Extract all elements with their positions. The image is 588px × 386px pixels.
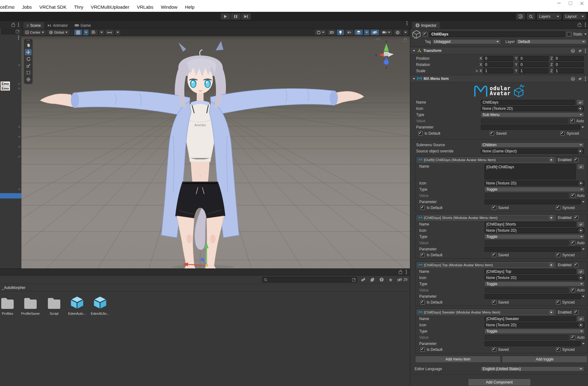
static-dropdown-icon[interactable]: [584, 34, 587, 35]
scene-viewport[interactable]: Amenbo: [21, 36, 410, 269]
submenu-source-dropdown[interactable]: Children: [481, 142, 584, 147]
expander-arrow-icon[interactable]: >: [18, 82, 20, 85]
gameobject-active-checkbox[interactable]: [423, 32, 427, 36]
constrain-proportions-icon[interactable]: ⧉: [474, 69, 480, 73]
add-component-button[interactable]: Add Component: [468, 379, 531, 386]
object-picker-icon[interactable]: [579, 228, 583, 233]
kebab-menu-icon[interactable]: [585, 50, 586, 51]
tab-inspector[interactable]: Inspector: [412, 22, 440, 29]
auto-checkbox[interactable]: [570, 119, 575, 123]
scene-effects-dropdown[interactable]: [364, 30, 369, 35]
object-picker-icon[interactable]: [549, 216, 554, 220]
position-x-field[interactable]: 0: [483, 56, 513, 61]
help-icon[interactable]: ?: [571, 77, 575, 81]
icon-object-field[interactable]: None (Texture 2D): [485, 323, 585, 328]
close-icon[interactable]: [580, 2, 584, 5]
kebab-menu-icon[interactable]: [585, 24, 586, 25]
object-picker-icon[interactable]: [578, 106, 582, 111]
add-toggle-button[interactable]: Add toggle: [502, 356, 587, 363]
kebab-menu-icon[interactable]: [406, 272, 407, 272]
name-field[interactable]: [ChillDays] Shorts: [485, 222, 576, 227]
tab-scene[interactable]: # Scene: [23, 22, 44, 29]
object-picker-icon[interactable]: [579, 181, 583, 185]
menu-item-object-field[interactable]: [ChillDays] Shorts (Modular Avatar Menu …: [417, 215, 555, 221]
rect-tool-button[interactable]: [25, 69, 32, 76]
scale-x-field[interactable]: 1: [483, 68, 513, 73]
breadcrumb[interactable]: _AutoMorpher: [2, 286, 25, 290]
maximize-icon[interactable]: [569, 2, 572, 5]
auto-checkbox[interactable]: [571, 241, 575, 245]
object-picker-icon[interactable]: [549, 158, 554, 162]
avatar-character[interactable]: Amenbo: [21, 36, 410, 269]
pivot-mode-dropdown[interactable]: Center: [23, 30, 46, 35]
synced-checkbox[interactable]: [556, 347, 560, 352]
expand-icon[interactable]: [16, 30, 19, 33]
expand-icon[interactable]: [352, 278, 356, 281]
lock-icon[interactable]: [11, 24, 15, 27]
saved-checkbox[interactable]: [492, 206, 496, 210]
pause-button[interactable]: [231, 13, 241, 20]
ma-menu-item-component-header[interactable]: MA Menu Item ? ⇄: [410, 75, 588, 82]
parameter-field[interactable]: [485, 199, 581, 204]
rotation-z-field[interactable]: 0: [554, 62, 584, 67]
is-default-checkbox[interactable]: [420, 347, 425, 352]
menu-item[interactable]: Window: [161, 4, 177, 10]
project-item[interactable]: ProfileSaver: [19, 295, 42, 315]
tab-game[interactable]: Game: [71, 22, 94, 29]
parameter-dropdown-icon[interactable]: [582, 296, 585, 297]
parameter-field[interactable]: [485, 294, 581, 299]
foldout-arrow-icon[interactable]: [413, 78, 415, 80]
enabled-checkbox[interactable]: [574, 263, 578, 267]
tag-dropdown[interactable]: Untagged: [432, 39, 501, 44]
project-item[interactable]: EdenAuto...: [65, 295, 89, 315]
measure-tool-dropdown[interactable]: [115, 30, 120, 35]
measure-tool-button[interactable]: [105, 30, 114, 35]
menu-item[interactable]: Jobs: [22, 4, 32, 10]
gizmo-lock-icon[interactable]: [403, 38, 407, 43]
layers-dropdown[interactable]: Layers: [537, 13, 561, 20]
type-dropdown[interactable]: Toggle: [485, 234, 585, 239]
undo-history-button[interactable]: [516, 13, 525, 20]
gizmos-button[interactable]: [394, 30, 402, 35]
project-item[interactable]: Profiles: [0, 295, 19, 315]
transform-tool-button[interactable]: [25, 76, 32, 83]
localization-button[interactable]: ⇄: [577, 100, 584, 105]
menu-item[interactable]: Help: [185, 4, 195, 10]
auto-checkbox[interactable]: [571, 335, 575, 340]
presets-icon[interactable]: ⇄: [579, 77, 581, 81]
scale-z-field[interactable]: 1: [554, 68, 584, 73]
object-picker-icon[interactable]: [549, 263, 554, 267]
rotation-x-field[interactable]: 0: [483, 62, 513, 67]
snap-dropdown[interactable]: [99, 30, 104, 35]
parameter-field[interactable]: [481, 125, 580, 130]
search-by-type-button[interactable]: [360, 277, 366, 282]
drag-handle-icon[interactable]: [24, 39, 32, 42]
view-hand-tool-button[interactable]: [25, 42, 32, 49]
scene-visibility-button[interactable]: [370, 30, 379, 35]
enabled-checkbox[interactable]: [574, 158, 578, 162]
favorites-button[interactable]: [388, 278, 394, 282]
icon-object-field[interactable]: None (Texture 2D): [485, 275, 585, 280]
hierarchy-search-input[interactable]: [1, 29, 20, 34]
position-z-field[interactable]: 0: [554, 56, 584, 61]
hierarchy-selected-row[interactable]: [0, 193, 21, 198]
shading-mode-dropdown[interactable]: [315, 30, 326, 35]
synced-checkbox[interactable]: [556, 300, 560, 305]
menu-item[interactable]: VRChat SDK: [39, 4, 67, 10]
play-button[interactable]: [221, 13, 230, 20]
menu-item-object-field[interactable]: [Outfit] ChillDays (Modular Avatar Menu …: [417, 157, 555, 163]
presets-icon[interactable]: ⇄: [579, 49, 581, 53]
tab-animator[interactable]: Animator: [44, 22, 71, 29]
scene-lighting-button[interactable]: [337, 30, 344, 35]
object-picker-icon[interactable]: [579, 276, 583, 280]
hierarchy-item[interactable]: Emo: [1, 86, 10, 91]
gizmos-dropdown[interactable]: [403, 30, 408, 35]
gameobject-name-field[interactable]: ChillDays: [429, 31, 565, 37]
scale-y-field[interactable]: 1: [519, 68, 549, 73]
foldout-arrow-icon[interactable]: [413, 50, 415, 52]
auto-checkbox[interactable]: [571, 288, 575, 292]
menu-item-object-field[interactable]: [ChillDays] Sweater (Modular Avatar Menu…: [417, 309, 555, 315]
static-checkbox[interactable]: [567, 32, 571, 36]
saved-checkbox[interactable]: [490, 131, 494, 136]
parameter-dropdown-icon[interactable]: [581, 127, 584, 128]
